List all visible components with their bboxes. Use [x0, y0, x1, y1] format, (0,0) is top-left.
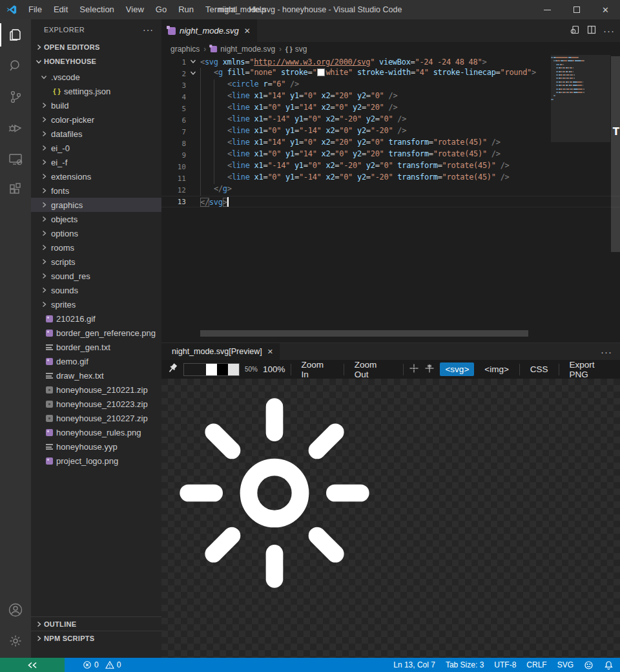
activity-explorer-icon[interactable]: [0, 19, 31, 50]
tree-item-210216-gif[interactable]: 210216.gif: [31, 311, 161, 326]
tab-night-mode-svg[interactable]: night_mode.svg ✕: [161, 19, 257, 42]
menu-go[interactable]: Go: [150, 0, 172, 19]
zoom-50-button[interactable]: 50%: [245, 366, 258, 373]
close-tab-icon[interactable]: ✕: [244, 26, 251, 36]
background-swatch-light[interactable]: [228, 364, 239, 375]
tree-item-project-logo-png[interactable]: project_logo.png: [31, 454, 161, 468]
fold-chevron-icon[interactable]: [186, 58, 200, 67]
minimap-slider[interactable]: [551, 55, 610, 142]
background-swatch-checker-light[interactable]: [184, 364, 195, 375]
activity-remote-explorer-icon[interactable]: [0, 143, 31, 174]
explorer-more-actions-button[interactable]: ···: [143, 25, 154, 35]
background-swatch-white[interactable]: [206, 364, 217, 375]
tree-item-settings-json[interactable]: { }settings.json: [31, 84, 161, 98]
menu-help[interactable]: Help: [243, 0, 272, 19]
breadcrumb-folder[interactable]: graphics: [170, 45, 200, 54]
minimize-button[interactable]: [533, 0, 562, 19]
menu-selection[interactable]: Selection: [74, 0, 119, 19]
open-preview-button[interactable]: [570, 25, 580, 37]
tree-item-demo-gif[interactable]: demo.gif: [31, 354, 161, 368]
npm-scripts-section[interactable]: NPM SCRIPTS: [31, 631, 161, 645]
ruler-icon[interactable]: [424, 363, 435, 375]
status-eol[interactable]: CRLF: [526, 660, 546, 669]
tree-item-objects[interactable]: objects: [31, 212, 161, 226]
activity-extensions-icon[interactable]: [0, 174, 31, 205]
tree-item-rooms[interactable]: rooms: [31, 240, 161, 255]
status-cursor-position[interactable]: Ln 13, Col 7: [393, 660, 435, 669]
chevron-right-icon: [39, 171, 49, 182]
zoom-in-button[interactable]: Zoom In: [296, 358, 338, 381]
tree-item--vscode[interactable]: .vscode: [31, 70, 161, 84]
notifications-bell-icon[interactable]: [604, 660, 614, 670]
tree-item-fonts[interactable]: fonts: [31, 184, 161, 198]
background-swatch-black[interactable]: [217, 364, 228, 375]
background-swatch-checker-dark[interactable]: [195, 364, 206, 375]
line-number: 6: [161, 116, 186, 125]
pin-icon[interactable]: [167, 362, 178, 376]
breadcrumb-symbol[interactable]: svg: [295, 45, 307, 54]
tree-item-datafiles[interactable]: datafiles: [31, 127, 161, 141]
status-tab-size[interactable]: Tab Size: 3: [446, 660, 484, 669]
tree-item-scripts[interactable]: scripts: [31, 255, 161, 269]
tree-item-sprites[interactable]: sprites: [31, 297, 161, 311]
split-editor-button[interactable]: [586, 25, 597, 37]
tree-item-build[interactable]: build: [31, 98, 161, 112]
tree-item-honeyhouse-rules-png[interactable]: honeyhouse_rules.png: [31, 425, 161, 439]
activity-search-icon[interactable]: [0, 50, 31, 81]
zoom-100-button[interactable]: 100%: [263, 364, 285, 374]
menu-file[interactable]: File: [23, 0, 48, 19]
tree-item-honeyhouse-210221-zip[interactable]: honeyhouse_210221.zip: [31, 383, 161, 397]
toolbar-button-export-png[interactable]: Export PNG: [564, 358, 620, 381]
remote-indicator[interactable]: [0, 658, 65, 672]
status-language-mode[interactable]: SVG: [557, 660, 574, 669]
root-folder-honeyhouse[interactable]: HONEYHOUSE: [31, 54, 161, 68]
tree-item-sound-res[interactable]: sound_res: [31, 269, 161, 283]
close-panel-tab-icon[interactable]: ✕: [267, 348, 273, 356]
tree-item-label: graphics: [51, 200, 83, 210]
tree-item-sounds[interactable]: sounds: [31, 283, 161, 297]
breadcrumb-file[interactable]: night_mode.svg: [220, 45, 275, 54]
tree-item-ei-0[interactable]: ei_-0: [31, 141, 161, 155]
close-window-button[interactable]: ✕: [591, 0, 620, 19]
tab-night-mode-svg-preview[interactable]: night_mode.svg[Preview] ✕: [161, 343, 280, 360]
toolbar-button-css[interactable]: CSS: [525, 362, 553, 376]
tree-item-border-gen-reference-png[interactable]: border_gen_reference.png: [31, 326, 161, 340]
crosshair-icon[interactable]: [409, 363, 419, 375]
fold-chevron-icon[interactable]: [186, 69, 200, 79]
tree-item-honeyhouse-210223-zip[interactable]: honeyhouse_210223.zip: [31, 397, 161, 411]
activity-run-and-debug-icon[interactable]: [0, 112, 31, 143]
tree-item-graphics[interactable]: graphics: [31, 198, 161, 212]
minimap[interactable]: [551, 57, 610, 251]
activity-account-icon[interactable]: [0, 594, 31, 625]
tree-item-ei-f[interactable]: ei_-f: [31, 155, 161, 169]
menu-run[interactable]: Run: [172, 0, 200, 19]
zoom-out-button[interactable]: Zoom Out: [349, 358, 398, 381]
tree-item-color-picker[interactable]: color-picker: [31, 112, 161, 127]
menu-view[interactable]: View: [120, 0, 150, 19]
tree-item-draw-hex-txt[interactable]: draw_hex.txt: [31, 368, 161, 383]
menu-terminal[interactable]: Terminal: [200, 0, 243, 19]
activity-settings-gear-icon[interactable]: [0, 625, 31, 656]
menu-edit[interactable]: Edit: [48, 0, 74, 19]
status-encoding[interactable]: UTF-8: [494, 660, 516, 669]
feedback-icon[interactable]: [584, 660, 594, 670]
panel-more-actions-button[interactable]: ···: [601, 346, 612, 357]
problems-indicator[interactable]: 0 0: [83, 660, 121, 669]
outline-section[interactable]: OUTLINE: [31, 616, 161, 631]
tree-item-border-gen-txt[interactable]: border_gen.txt: [31, 340, 161, 354]
open-editors-section[interactable]: OPEN EDITORS: [31, 40, 161, 54]
toolbar-button-svg[interactable]: <svg>: [440, 362, 474, 376]
tree-item-extensions[interactable]: extensions: [31, 169, 161, 184]
maximize-button[interactable]: [562, 0, 591, 19]
tree-item-label: sound_res: [51, 271, 90, 281]
tree-item-honeyhouse-yyp[interactable]: honeyhouse.yyp: [31, 439, 161, 454]
tree-item-honeyhouse-210227-zip[interactable]: honeyhouse_210227.zip: [31, 411, 161, 425]
svg-preview-canvas[interactable]: [161, 379, 620, 658]
vertical-scrollbar[interactable]: [611, 56, 620, 252]
horizontal-scrollbar[interactable]: [200, 330, 528, 337]
more-actions-button[interactable]: ···: [603, 25, 615, 36]
color-decorator-swatch[interactable]: [318, 69, 324, 76]
toolbar-button-img[interactable]: <img>: [479, 362, 514, 376]
tree-item-options[interactable]: options: [31, 226, 161, 240]
activity-source-control-icon[interactable]: [0, 81, 31, 112]
